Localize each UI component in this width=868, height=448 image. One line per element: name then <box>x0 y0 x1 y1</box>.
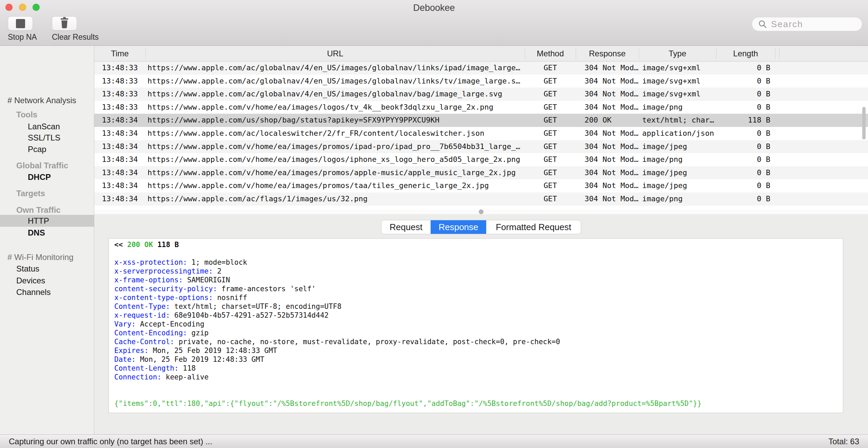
column-divider[interactable] <box>145 48 146 59</box>
cell-type: text/html; char… <box>639 114 716 127</box>
table-row[interactable]: 13:48:33 https://www.apple.com/ac/global… <box>94 75 868 88</box>
sidebar-header-network-analysis: # Network Analysis <box>7 94 76 106</box>
cell-response: 304 Not Mod… <box>576 75 639 88</box>
cell-url: https://www.apple.com/us/shop/bag/status… <box>145 114 525 127</box>
cell-method: GET <box>525 140 576 153</box>
sidebar-item-lanscan[interactable]: LanScan <box>28 120 60 132</box>
cell-length: 0 B <box>716 192 775 206</box>
header-value: text/html; charset=UTF-8; encoding=UTF8 <box>174 302 341 311</box>
column-header-response[interactable]: Response <box>576 46 639 61</box>
sidebar-item-ssl-tls[interactable]: SSL/TLS <box>28 132 60 144</box>
table-row[interactable]: 13:48:34 https://www.apple.com/us/shop/b… <box>94 114 868 127</box>
cell-time: 13:48:34 <box>94 127 145 140</box>
column-divider[interactable] <box>775 48 775 59</box>
response-headers: x-xss-protection: 1; mode=block x-server… <box>114 258 843 381</box>
table-row[interactable]: 13:48:34 https://www.apple.com/v/home/ea… <box>94 153 868 166</box>
header-key: Expires: <box>114 347 149 355</box>
clear-results-label: Clear Results <box>52 33 77 42</box>
column-divider[interactable] <box>639 48 639 59</box>
table-row[interactable]: 13:48:34 https://www.apple.com/v/home/ea… <box>94 140 868 153</box>
cell-method: GET <box>525 166 576 180</box>
cell-method: GET <box>525 101 576 114</box>
sidebar-group-global-traffic: Global Traffic <box>16 160 68 171</box>
header-key: x-serverprocessingtime: <box>114 267 213 275</box>
clear-results-button[interactable] <box>52 16 77 31</box>
header-key: x-xss-protection: <box>114 258 187 266</box>
clear-results-toolbar-item: Clear Results <box>52 16 77 42</box>
cell-length: 0 B <box>716 101 775 114</box>
table-vertical-scrollbar[interactable] <box>862 107 866 139</box>
cell-url: https://www.apple.com/v/home/ea/images/l… <box>145 101 525 114</box>
table-row[interactable]: 13:48:34 https://www.apple.com/ac/flags/… <box>94 192 868 206</box>
cell-url: https://www.apple.com/ac/localeswitcher/… <box>145 127 525 140</box>
column-header-method[interactable]: Method <box>525 46 576 61</box>
header-value: nosniff <box>217 294 247 302</box>
cell-type: image/svg+xml <box>639 75 716 88</box>
sidebar-item-dhcp[interactable]: DHCP <box>28 171 51 183</box>
sidebar-item-pcap[interactable]: Pcap <box>28 143 46 155</box>
header-key: x-content-type-options: <box>114 294 213 302</box>
cell-response: 304 Not Mod… <box>576 61 639 75</box>
tab-request[interactable]: Request <box>381 220 431 234</box>
header-value: Mon, 25 Feb 2019 12:48:33 GMT <box>153 347 277 355</box>
pane-splitter[interactable] <box>94 209 868 214</box>
sidebar-group-tools: Tools <box>16 109 37 120</box>
capture-status-text: Capturing our own traffic only (no targe… <box>9 435 212 448</box>
sidebar-item-dns[interactable]: DNS <box>28 227 45 239</box>
response-header-line: Content-Encoding: gzip <box>114 329 843 337</box>
cell-url: https://www.apple.com/v/home/ea/images/l… <box>145 153 525 166</box>
cell-time: 13:48:34 <box>94 179 145 192</box>
cell-time: 13:48:33 <box>94 75 145 88</box>
response-text-view[interactable]: <<200 OK118 B x-xss-protection: 1; mode=… <box>108 238 843 413</box>
detail-pane: Request Response Formatted Request <<200… <box>94 214 868 434</box>
cell-response: 304 Not Mod… <box>576 88 639 101</box>
total-count: Total: 63 <box>828 435 859 448</box>
cell-method: GET <box>525 192 576 206</box>
cell-type: image/png <box>639 192 716 206</box>
cell-spacer <box>775 192 868 206</box>
column-divider[interactable] <box>525 48 525 59</box>
sidebar-item-http[interactable]: HTTP <box>28 215 49 227</box>
cell-time: 13:48:34 <box>94 192 145 206</box>
cell-type: image/svg+xml <box>639 61 716 75</box>
cell-method: GET <box>525 75 576 88</box>
cell-spacer <box>775 75 868 88</box>
column-divider[interactable] <box>576 48 576 59</box>
cell-url: https://www.apple.com/ac/globalnav/4/en_… <box>145 75 525 88</box>
cell-response: 304 Not Mod… <box>576 101 639 114</box>
splitter-handle-icon[interactable] <box>479 209 484 214</box>
table-row[interactable]: 13:48:33 https://www.apple.com/ac/global… <box>94 88 868 101</box>
column-header-length[interactable]: Length <box>716 46 775 61</box>
search-input[interactable] <box>770 19 868 30</box>
status-bar: Capturing our own traffic only (no targe… <box>0 434 868 448</box>
tab-formatted-request[interactable]: Formatted Request <box>486 220 581 234</box>
stop-na-button[interactable] <box>8 16 33 31</box>
stop-icon <box>16 19 25 28</box>
cell-spacer <box>775 114 868 127</box>
debookee-window: Debookee Stop NA Clear <box>0 0 868 448</box>
table-row[interactable]: 13:48:34 https://www.apple.com/ac/locale… <box>94 127 868 140</box>
sidebar-item-channels[interactable]: Channels <box>16 286 51 298</box>
header-key: content-security-policy: <box>114 285 217 293</box>
stop-na-label: Stop NA <box>8 33 33 42</box>
sidebar-item-status[interactable]: Status <box>16 263 39 275</box>
table-row[interactable]: 13:48:33 https://www.apple.com/ac/global… <box>94 61 868 75</box>
column-header-url[interactable]: URL <box>145 46 525 61</box>
header-key: Content-Type: <box>114 302 170 311</box>
cell-time: 13:48:34 <box>94 153 145 166</box>
sidebar-item-devices[interactable]: Devices <box>16 275 45 286</box>
cell-type: application/json <box>639 127 716 140</box>
column-header-time[interactable]: Time <box>94 46 145 61</box>
header-value: SAMEORIGIN <box>187 276 230 284</box>
table-row[interactable]: 13:48:34 https://www.apple.com/v/home/ea… <box>94 179 868 192</box>
cell-spacer <box>775 140 868 153</box>
cell-type: image/png <box>639 153 716 166</box>
column-divider[interactable] <box>716 48 716 59</box>
header-value: 118 <box>183 364 196 372</box>
tab-response[interactable]: Response <box>431 220 486 234</box>
cell-method: GET <box>525 88 576 101</box>
table-row[interactable]: 13:48:33 https://www.apple.com/v/home/ea… <box>94 101 868 114</box>
column-header-type[interactable]: Type <box>639 46 716 61</box>
table-row[interactable]: 13:48:34 https://www.apple.com/v/home/ea… <box>94 166 868 180</box>
search-icon <box>758 20 767 29</box>
